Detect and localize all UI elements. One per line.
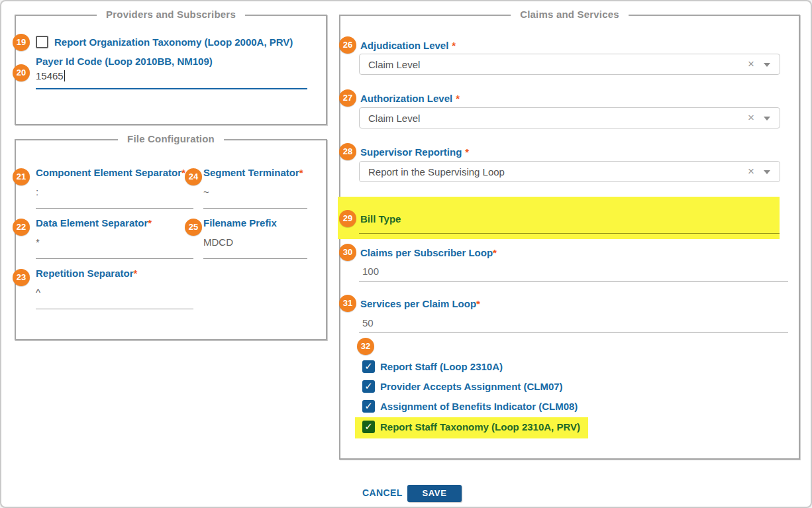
claims-per-subscriber-input[interactable]: 100 [362,266,379,277]
clear-icon[interactable]: × [748,58,754,70]
repetition-separator-input[interactable]: ^ [36,287,40,298]
claims-per-subscriber-label: Claims per Subscriber Loop* [360,247,497,258]
assignment-of-benefits-checkbox[interactable] [362,400,375,413]
provider-accepts-assignment-checkbox[interactable] [362,380,375,393]
step-badge-30: 30 [339,244,356,261]
providers-subscribers-legend: Providers and Subscribers [97,9,245,20]
provider-accepts-assignment-label: Provider Accepts Assignment (CLM07) [380,380,563,393]
report-org-taxonomy-label: Report Organization Taxonomy (Loop 2000A… [54,36,293,48]
step-badge-26: 26 [339,36,356,54]
step-badge-29: 29 [339,210,356,227]
required-marker: * [476,298,480,309]
claims-services-section: Claims and Services Adjudication Level* … [339,15,800,460]
step-badge-19: 19 [13,34,30,51]
component-element-separator-input[interactable]: : [36,186,38,197]
component-element-separator-label: Component Element Separator* [36,167,185,178]
data-element-separator-label: Data Element Separator* [36,217,152,229]
form-window: Providers and Subscribers Report Organiz… [0,0,812,508]
step-badge-23: 23 [13,269,30,286]
bill-type-label: Bill Type [360,213,401,225]
report-staff-taxonomy-label: Report Staff Taxonomy (Loop 2310A, PRV) [380,421,580,433]
filename-prefix-input[interactable]: MDCD [203,236,233,248]
assignment-of-benefits-label: Assignment of Benefits Indicator (CLM08) [380,400,578,413]
services-per-claim-label: Services per Claim Loop* [360,298,480,309]
report-staff-label: Report Staff (Loop 2310A) [380,360,503,373]
data-element-separator-input[interactable]: * [36,236,40,248]
required-marker: * [452,40,456,51]
required-marker: * [456,93,460,104]
cancel-button[interactable]: CANCEL [362,487,403,498]
adjudication-level-select[interactable]: Claim Level × [359,54,780,75]
file-configuration-section: File Configuration Component Element Sep… [15,139,327,340]
payer-id-code-input[interactable]: 15465 [36,70,65,81]
step-badge-27: 27 [339,89,356,107]
chevron-down-icon[interactable] [764,170,770,174]
payer-id-code-label: Payer Id Code (Loop 2010BB, NM109) [36,56,213,67]
required-marker: * [465,146,469,158]
repetition-separator-label: Repetition Separator* [36,268,137,279]
providers-subscribers-section: Providers and Subscribers Report Organiz… [15,15,327,125]
segment-terminator-label: Segment Terminator* [203,167,303,178]
chevron-down-icon[interactable] [764,63,770,67]
file-configuration-legend: File Configuration [118,133,224,144]
services-per-claim-input[interactable]: 50 [362,317,374,329]
supervisor-reporting-label: Supervisor Reporting* [360,146,469,158]
authorization-level-label: Authorization Level* [360,93,460,104]
step-badge-20: 20 [13,64,30,81]
report-staff-checkbox[interactable] [362,360,375,373]
segment-terminator-input[interactable]: ~ [203,186,209,197]
claims-services-legend: Claims and Services [511,9,629,20]
required-marker: * [134,268,138,279]
step-badge-21: 21 [13,168,30,185]
step-badge-24: 24 [185,168,202,185]
clear-icon[interactable]: × [748,112,754,124]
step-badge-32: 32 [357,338,374,355]
clear-icon[interactable]: × [748,166,754,178]
required-marker: * [493,247,497,258]
report-org-taxonomy-checkbox[interactable] [36,36,48,48]
adjudication-level-label: Adjudication Level* [360,40,456,51]
save-button[interactable]: SAVE [407,485,462,502]
filename-prefix-label: Filename Prefix [203,217,277,229]
step-badge-22: 22 [13,219,30,236]
payer-id-underline [36,88,307,89]
text-cursor [64,70,65,81]
required-marker: * [148,217,152,229]
report-staff-taxonomy-checkbox[interactable] [362,421,375,433]
required-marker: * [299,167,303,178]
step-badge-25: 25 [185,219,202,236]
authorization-level-select[interactable]: Claim Level × [359,107,780,128]
chevron-down-icon[interactable] [764,117,770,121]
supervisor-reporting-select[interactable]: Report in the Supervising Loop × [359,161,780,182]
step-badge-31: 31 [339,295,356,312]
step-badge-28: 28 [339,143,356,160]
